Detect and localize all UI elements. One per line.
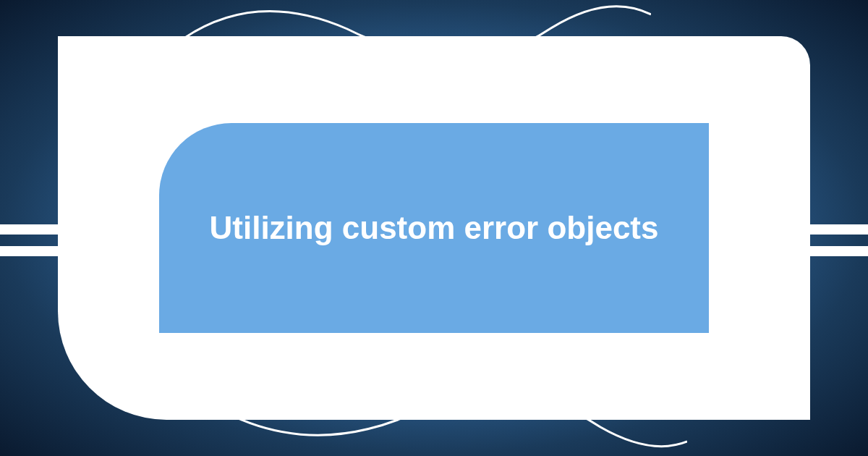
inner-card: Utilizing custom error objects xyxy=(159,123,709,333)
card-title: Utilizing custom error objects xyxy=(210,207,659,248)
outer-card: Utilizing custom error objects xyxy=(58,36,810,420)
